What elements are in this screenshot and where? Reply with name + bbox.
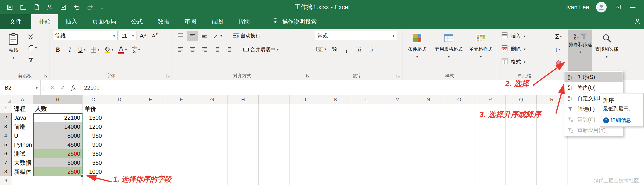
cell-A9[interactable]	[12, 176, 33, 185]
cell-P6[interactable]	[475, 149, 506, 158]
cell-H7[interactable]	[228, 158, 258, 167]
cell-H5[interactable]	[228, 140, 258, 149]
cell-R7[interactable]	[536, 158, 568, 167]
cell-L2[interactable]	[351, 113, 382, 122]
increase-indent-button[interactable]	[223, 45, 234, 55]
format-cells-button[interactable]: 格式	[497, 55, 552, 68]
fill-button[interactable]: ↓	[553, 43, 568, 55]
cell-H1[interactable]	[228, 104, 258, 113]
cell-Q6[interactable]	[506, 149, 536, 158]
bold-button[interactable]: B	[52, 45, 63, 55]
cell-C5[interactable]: 900	[82, 140, 104, 149]
number-dialog-launcher[interactable]	[396, 74, 400, 78]
cell-F1[interactable]	[166, 104, 197, 113]
cell-O6[interactable]	[444, 149, 475, 158]
cell-G2[interactable]	[197, 113, 228, 122]
cell-N6[interactable]	[413, 149, 444, 158]
paste-button[interactable]: 粘贴	[3, 30, 24, 72]
cell-R9[interactable]	[536, 176, 568, 185]
alignment-dialog-launcher[interactable]	[306, 74, 310, 78]
cell-J9[interactable]	[290, 176, 320, 185]
format-painter-button[interactable]	[26, 55, 38, 64]
cell-R1[interactable]	[536, 104, 568, 113]
cell-J2[interactable]	[290, 113, 320, 122]
column-header-R[interactable]: R	[536, 95, 568, 104]
cell-E7[interactable]	[135, 158, 166, 167]
cell-N3[interactable]	[413, 122, 444, 131]
cell-H8[interactable]	[228, 167, 258, 176]
ribbon-tab-8[interactable]: 帮助	[230, 14, 257, 29]
accounting-format-button[interactable]	[315, 44, 328, 54]
decrease-font-size-button[interactable]: A▼	[150, 31, 160, 41]
cut-button[interactable]	[26, 31, 38, 41]
cell-Q8[interactable]	[506, 167, 536, 176]
cell-B7[interactable]: 5000	[33, 158, 82, 167]
wrap-text-button[interactable]: 自动换行	[231, 31, 262, 41]
cell-C4[interactable]: 950	[82, 131, 104, 140]
format-as-table-button[interactable]: 套用表格格式	[432, 30, 466, 72]
cell-D1[interactable]	[104, 104, 135, 113]
cell-F7[interactable]	[166, 158, 197, 167]
sort-filter-button[interactable]: AZ↓ 排序和筛选	[568, 30, 592, 72]
cell-E2[interactable]	[135, 113, 166, 122]
cell-B5[interactable]: 4500	[33, 140, 82, 149]
cell-O3[interactable]	[444, 122, 475, 131]
cell-C6[interactable]: 350	[82, 149, 104, 158]
enter-button[interactable]: ✓	[58, 80, 68, 95]
undo-icon[interactable]	[73, 4, 80, 11]
cell-I7[interactable]	[258, 158, 290, 167]
find-select-button[interactable]: 查找和选择	[592, 30, 621, 72]
cell-B6[interactable]: 2500	[33, 149, 82, 158]
cell-H2[interactable]	[228, 113, 258, 122]
cell-E6[interactable]	[135, 149, 166, 158]
cell-I3[interactable]	[258, 122, 290, 131]
percent-style-button[interactable]: %	[330, 44, 340, 54]
cell-M6[interactable]	[382, 149, 413, 158]
cell-O5[interactable]	[444, 140, 475, 149]
cell-M1[interactable]	[382, 104, 413, 113]
tell-me-search[interactable]: 操作说明搜索	[272, 14, 317, 29]
cell-A4[interactable]: UI	[12, 131, 33, 140]
cell-O1[interactable]	[444, 104, 475, 113]
formula-bar-splitter[interactable]	[40, 80, 47, 95]
cell-N8[interactable]	[413, 167, 444, 176]
tab-file[interactable]: 文件	[0, 14, 31, 29]
cell-G5[interactable]	[197, 140, 228, 149]
cell-J1[interactable]	[290, 104, 320, 113]
column-header-Q[interactable]: Q	[506, 95, 536, 104]
cell-A6[interactable]: 测试	[12, 149, 33, 158]
cell-N9[interactable]	[413, 176, 444, 185]
decrease-indent-button[interactable]	[211, 45, 222, 55]
align-right-button[interactable]	[199, 45, 210, 55]
column-header-E[interactable]: E	[135, 95, 166, 104]
column-header-P[interactable]: P	[475, 95, 506, 104]
row-header-4[interactable]: 4	[0, 131, 12, 140]
cell-G3[interactable]	[197, 122, 228, 131]
align-center-button[interactable]	[187, 45, 198, 55]
font-size-select[interactable]: 11	[119, 31, 136, 40]
cell-L3[interactable]	[351, 122, 382, 131]
cell-Q3[interactable]	[506, 122, 536, 131]
cell-F3[interactable]	[166, 122, 197, 131]
cell-E1[interactable]	[135, 104, 166, 113]
cell-O2[interactable]	[444, 113, 475, 122]
row-header-8[interactable]: 8	[0, 167, 12, 176]
cell-A3[interactable]: 前端	[12, 122, 33, 131]
cell-I5[interactable]	[258, 140, 290, 149]
ribbon-tab-2[interactable]: 插入	[58, 14, 85, 29]
row-header-5[interactable]: 5	[0, 140, 12, 149]
autosum-button[interactable]: Σ	[553, 31, 568, 43]
cell-K4[interactable]	[320, 131, 351, 140]
delete-cells-button[interactable]: 删除	[497, 43, 552, 55]
cell-D2[interactable]	[104, 113, 135, 122]
font-name-select[interactable]: 等线	[52, 31, 118, 40]
cell-D6[interactable]	[104, 149, 135, 158]
align-bottom-button[interactable]	[199, 31, 210, 41]
cell-N4[interactable]	[413, 131, 444, 140]
cell-M7[interactable]	[382, 158, 413, 167]
column-header-K[interactable]: K	[320, 95, 351, 104]
avatar[interactable]	[596, 2, 607, 13]
column-header-O[interactable]: O	[444, 95, 475, 104]
cell-H9[interactable]	[228, 176, 258, 185]
cell-E4[interactable]	[135, 131, 166, 140]
